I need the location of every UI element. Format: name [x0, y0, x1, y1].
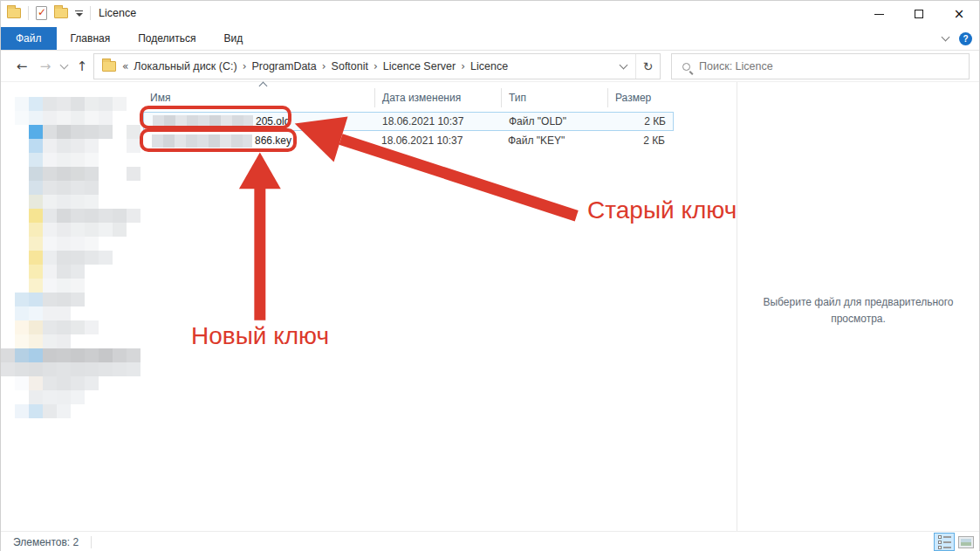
file-date: 18.06.2021 10:37 [374, 134, 501, 147]
address-bar[interactable]: « Локальный диск (C:) › ProgramData › So… [93, 53, 661, 79]
blurred-tree-block [29, 320, 43, 334]
breadcrumb-item-softonit[interactable]: Softonit [332, 60, 368, 72]
window-controls: × [859, 1, 979, 27]
blurred-tree-block [43, 209, 57, 223]
column-header-type[interactable]: Тип [501, 88, 607, 107]
blurred-tree-block [15, 362, 29, 376]
blurred-tree-block [43, 334, 57, 348]
file-list: Имя Дата изменения Тип Размер 205.old 18… [140, 82, 738, 531]
tab-file[interactable]: Файл [1, 27, 57, 50]
blurred-tree-block [113, 348, 127, 362]
help-icon[interactable]: ? [959, 32, 972, 45]
divider [28, 6, 29, 20]
column-header-date[interactable]: Дата изменения [374, 88, 501, 107]
new-folder-icon[interactable] [54, 8, 68, 18]
blurred-tree-block [43, 362, 57, 376]
chevron-right-icon[interactable]: › [373, 60, 378, 72]
maximize-button[interactable] [899, 1, 939, 27]
blurred-tree-block [43, 111, 57, 125]
sort-ascending-icon [259, 82, 268, 91]
blurred-tree-block [1, 362, 15, 376]
breadcrumb-item-licence[interactable]: Licence [470, 60, 508, 72]
blurred-tree-block [29, 404, 43, 418]
blurred-tree-block [57, 293, 71, 306]
blurred-tree-block [43, 251, 57, 265]
navigation-pane-blurred[interactable] [1, 82, 140, 531]
blurred-tree-block [29, 362, 43, 376]
blurred-tree-block [127, 139, 140, 153]
thumbnail-view-button[interactable] [956, 533, 977, 551]
blurred-tree-block [71, 195, 85, 209]
blurred-tree-block [113, 97, 127, 111]
customize-quick-access-chevron-icon[interactable] [75, 10, 83, 17]
content-area: Имя Дата изменения Тип Размер 205.old 18… [1, 82, 979, 531]
blurred-tree-block [57, 376, 71, 390]
blurred-tree-block [57, 139, 71, 153]
details-view-button[interactable] [934, 533, 955, 551]
blurred-tree-block [57, 153, 71, 167]
tab-home[interactable]: Главная [57, 27, 125, 50]
properties-check-icon[interactable] [36, 6, 47, 20]
blurred-tree-block [71, 320, 85, 334]
breadcrumb-item-drive[interactable]: Локальный диск (C:) [134, 60, 236, 72]
breadcrumb-collapse[interactable]: « [122, 60, 128, 72]
blurred-tree-block [57, 223, 71, 237]
search-input[interactable] [699, 60, 969, 72]
address-dropdown-chevron-icon[interactable] [611, 65, 635, 68]
minimize-button[interactable] [859, 1, 899, 27]
explorer-window: Licence × Файл Главная Поделиться Вид ? … [0, 0, 980, 551]
recent-locations-chevron-icon[interactable] [57, 65, 71, 68]
blurred-tree-block [85, 251, 99, 265]
tab-view[interactable]: Вид [209, 27, 257, 50]
blurred-tree-block [29, 139, 43, 153]
chevron-right-icon[interactable]: › [461, 60, 465, 72]
blurred-tree-block [127, 125, 140, 139]
chevron-right-icon[interactable]: › [322, 60, 326, 72]
breadcrumb-item-programdata[interactable]: ProgramData [251, 60, 316, 72]
file-row-old[interactable]: 205.old 18.06.2021 10:37 Файл "OLD" 2 КБ [143, 112, 674, 131]
quick-access-toolbar [7, 6, 91, 20]
blurred-tree-block [71, 279, 85, 293]
file-row-key[interactable]: 866.key 18.06.2021 10:37 Файл "KEY" 2 КБ [143, 131, 674, 150]
blurred-tree-block [99, 97, 113, 111]
up-button[interactable]: ↑ [71, 59, 93, 74]
blurred-tree-block [29, 334, 43, 348]
column-header-size[interactable]: Размер [607, 88, 679, 107]
blurred-tree-block [85, 181, 99, 195]
blurred-tree-block [29, 209, 43, 223]
blurred-tree-block [71, 139, 85, 153]
blurred-tree-block [57, 265, 71, 279]
blurred-tree-block [15, 334, 29, 348]
tab-share[interactable]: Поделиться [124, 27, 209, 50]
blurred-tree-block [29, 125, 43, 139]
column-header-name[interactable]: Имя [143, 88, 374, 107]
blurred-tree-block [57, 125, 71, 139]
blurred-tree-block [127, 167, 140, 181]
blurred-tree-block [29, 348, 43, 362]
blurred-tree-block [71, 376, 85, 390]
blurred-tree-block [71, 125, 85, 139]
back-button[interactable]: ← [10, 59, 34, 74]
blurred-tree-block [43, 320, 57, 334]
file-name: 205.old [144, 115, 375, 128]
blurred-tree-block [43, 237, 57, 251]
blurred-tree-block [57, 404, 71, 418]
blurred-tree-block [15, 306, 29, 320]
blurred-tree-block [71, 181, 85, 195]
chevron-right-icon[interactable]: › [243, 60, 247, 72]
search-box[interactable] [671, 53, 970, 79]
breadcrumb-item-licence-server[interactable]: Licence Server [383, 60, 456, 72]
close-button[interactable]: × [939, 1, 979, 27]
blurred-tree-block [29, 306, 43, 320]
blurred-tree-block [43, 125, 57, 139]
search-icon [682, 63, 690, 71]
blurred-tree-block [29, 376, 43, 390]
expand-ribbon-chevron-icon[interactable] [942, 33, 950, 42]
refresh-button[interactable]: ↻ [635, 54, 660, 79]
address-folder-icon [102, 61, 116, 72]
blurred-tree-block [71, 167, 85, 181]
divider [91, 536, 92, 548]
status-bar: Элементов: 2 [1, 531, 979, 551]
blurred-tree-block [85, 139, 99, 153]
blurred-tree-block [43, 376, 57, 390]
